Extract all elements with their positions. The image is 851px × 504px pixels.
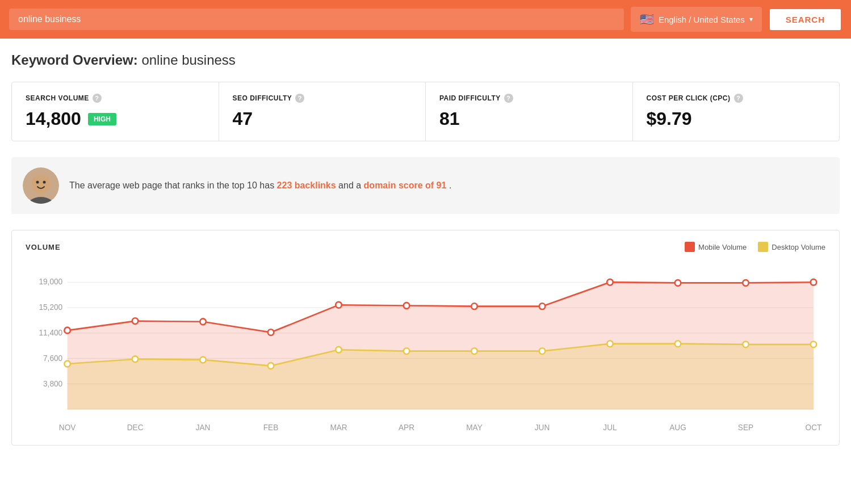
page-title: Keyword Overview: online business [11,52,840,68]
svg-point-25 [607,279,613,285]
info-bar: The average web page that ranks in the t… [11,157,840,214]
avatar [23,167,59,204]
svg-text:DEC: DEC [127,423,144,431]
svg-point-23 [471,303,477,309]
cpc-value: $9.79 [647,108,826,129]
svg-point-35 [471,348,477,354]
chart-section: VOLUME Mobile Volume Desktop Volume 3,80… [11,230,840,446]
info-text: The average web page that ranks in the t… [69,179,451,192]
flag-icon: 🇺🇸 [640,12,654,26]
svg-text:JUL: JUL [603,423,617,431]
seo-difficulty-label: SEO DIFFICULTY ? [233,94,412,103]
stat-card-paid-difficulty: PAID DIFFICULTY ? 81 [426,82,633,141]
search-field-wrap[interactable] [9,9,624,30]
page-title-keyword: online business [141,52,235,68]
svg-point-30 [132,356,139,362]
desktop-volume-legend-label: Desktop Volume [772,243,825,251]
svg-point-5 [34,173,48,180]
svg-text:JAN: JAN [196,423,211,431]
svg-text:SEP: SEP [738,423,753,431]
svg-point-29 [64,361,70,367]
svg-point-24 [539,303,546,309]
domain-score-highlight: domain score of 91 [364,180,447,190]
volume-chart: 3,8007,60011,40015,20019,000NOVDECJANFEB… [26,263,825,434]
svg-text:MAY: MAY [466,423,483,431]
svg-text:NOV: NOV [59,423,76,431]
svg-point-32 [268,363,274,369]
svg-text:3,800: 3,800 [43,380,62,388]
paid-difficulty-value: 81 [439,108,619,129]
svg-text:FEB: FEB [263,423,279,431]
svg-point-33 [336,347,342,353]
stat-cards: SEARCH VOLUME ? 14,800 HIGH SEO DIFFICUL… [11,82,840,141]
svg-text:15,200: 15,200 [39,303,62,312]
svg-text:11,400: 11,400 [39,329,62,337]
mobile-volume-legend-label: Mobile Volume [698,243,747,251]
search-input[interactable] [18,14,615,24]
seo-difficulty-value: 47 [233,108,412,129]
svg-text:AUG: AUG [669,423,686,431]
svg-point-38 [675,341,681,347]
high-badge: HIGH [88,113,116,125]
svg-point-21 [336,302,342,308]
svg-point-36 [539,348,546,354]
mobile-volume-legend: Mobile Volume [685,242,747,252]
avatar-image [23,167,59,204]
chevron-down-icon: ▾ [749,15,753,23]
language-selector[interactable]: 🇺🇸 English / United States ▾ [631,7,762,32]
svg-text:JUN: JUN [535,423,550,431]
cpc-help-icon[interactable]: ? [734,94,743,103]
stat-card-seo-difficulty: SEO DIFFICULTY ? 47 [219,82,426,141]
svg-text:19,000: 19,000 [39,278,62,286]
svg-text:MAR: MAR [330,423,347,431]
chart-wrapper: 3,8007,60011,40015,20019,000NOVDECJANFEB… [26,263,825,436]
svg-point-3 [36,181,39,184]
svg-point-4 [43,181,46,184]
search-volume-value: 14,800 HIGH [26,108,205,129]
language-label: English / United States [659,15,745,24]
stat-card-search-volume: SEARCH VOLUME ? 14,800 HIGH [12,82,219,141]
svg-text:OCT: OCT [806,423,822,431]
svg-point-28 [811,279,817,285]
search-button[interactable]: Search [769,8,842,31]
chart-legend: Mobile Volume Desktop Volume [685,242,825,252]
svg-point-17 [64,327,70,334]
svg-point-39 [743,341,749,347]
svg-point-37 [607,341,613,347]
mobile-volume-legend-box [685,242,695,252]
svg-point-27 [743,280,749,286]
svg-point-26 [675,280,681,286]
desktop-volume-legend-box [758,242,768,252]
seo-difficulty-help-icon[interactable]: ? [295,94,304,103]
search-volume-label: SEARCH VOLUME ? [26,94,205,103]
search-volume-help-icon[interactable]: ? [93,94,102,103]
chart-header: VOLUME Mobile Volume Desktop Volume [26,242,825,252]
chart-title: VOLUME [26,243,61,251]
header: 🇺🇸 English / United States ▾ Search [0,0,851,39]
cpc-label: COST PER CLICK (CPC) ? [647,94,826,103]
page-content: Keyword Overview: online business SEARCH… [0,39,851,459]
desktop-volume-legend: Desktop Volume [758,242,825,252]
svg-point-19 [200,318,206,325]
svg-point-34 [404,348,410,354]
svg-point-18 [132,318,139,324]
svg-point-31 [200,357,206,363]
svg-point-20 [268,329,274,335]
svg-point-40 [811,341,817,347]
paid-difficulty-label: PAID DIFFICULTY ? [439,94,619,103]
svg-text:7,600: 7,600 [43,354,62,363]
page-title-prefix: Keyword Overview: [11,52,138,68]
backlinks-highlight: 223 backlinks [277,180,336,190]
svg-point-22 [404,303,410,309]
svg-text:APR: APR [399,423,414,431]
stat-card-cpc: COST PER CLICK (CPC) ? $9.79 [633,82,840,141]
paid-difficulty-help-icon[interactable]: ? [504,94,513,103]
